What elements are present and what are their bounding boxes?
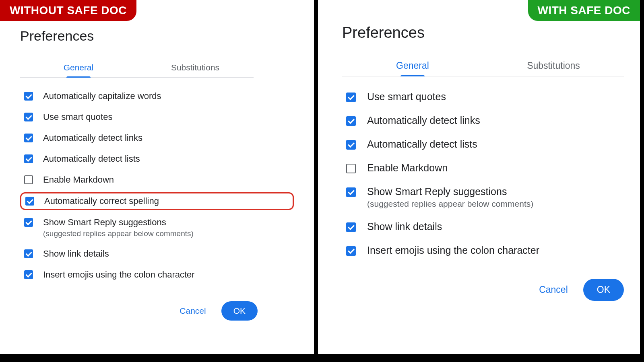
option-label: Automatically correct spelling xyxy=(44,196,289,206)
preferences-dialog-right: Preferences General Substitutions Use sm… xyxy=(318,0,640,317)
ok-button[interactable]: OK xyxy=(583,279,624,301)
tabs: General Substitutions xyxy=(20,58,254,78)
checkbox[interactable] xyxy=(346,222,356,232)
option-label: Insert emojis using the colon character xyxy=(367,245,618,256)
option-text: Automatically detect lists xyxy=(43,154,290,164)
options-list: Automatically capitalize wordsUse smart … xyxy=(20,88,294,283)
checkbox[interactable] xyxy=(24,113,33,121)
checkbox[interactable] xyxy=(346,93,356,102)
badge-without-safe-doc: WITHOUT SAFE DOC xyxy=(0,0,136,21)
option-text: Automatically detect links xyxy=(43,133,290,143)
checkbox[interactable] xyxy=(24,249,33,258)
option-label: Automatically detect lists xyxy=(43,154,290,164)
option-row: Show Smart Reply suggestions(suggested r… xyxy=(20,214,294,241)
option-text: Show Smart Reply suggestions(suggested r… xyxy=(43,217,290,238)
checkbox[interactable] xyxy=(346,246,356,256)
option-text: Automatically detect lists xyxy=(367,138,618,150)
checkbox[interactable] xyxy=(24,92,33,101)
tabs: General Substitutions xyxy=(342,56,624,76)
tab-general[interactable]: General xyxy=(342,56,483,76)
option-row: Automatically detect links xyxy=(20,130,294,146)
option-row: Automatically detect lists xyxy=(20,150,294,167)
option-label: Automatically detect links xyxy=(367,115,618,126)
checkbox[interactable] xyxy=(24,134,33,142)
option-text: Automatically correct spelling xyxy=(44,196,289,206)
option-row: Automatically correct spelling xyxy=(20,192,294,210)
option-text: Automatically capitalize words xyxy=(43,91,290,101)
option-row: Enable Markdown xyxy=(342,160,622,176)
option-text: Use smart quotes xyxy=(367,91,618,103)
ok-button[interactable]: OK xyxy=(221,301,258,321)
option-label: Automatically capitalize words xyxy=(43,91,290,101)
tab-general[interactable]: General xyxy=(20,58,137,77)
option-row: Automatically capitalize words xyxy=(20,88,294,105)
dialog-title: Preferences xyxy=(20,28,294,44)
option-label: Show Smart Reply suggestions xyxy=(43,217,290,228)
option-row: Show Smart Reply suggestions(suggested r… xyxy=(342,183,622,211)
checkbox[interactable] xyxy=(24,154,33,163)
option-text: Enable Markdown xyxy=(367,162,618,174)
option-text: Show link details xyxy=(43,249,290,259)
panel-with-safe-doc: WITH SAFE DOC Preferences General Substi… xyxy=(318,0,640,362)
option-sublabel: (suggested replies appear below comments… xyxy=(43,229,290,238)
option-row: Show link details xyxy=(342,218,622,235)
checkbox[interactable] xyxy=(346,164,356,173)
option-row: Insert emojis using the colon character xyxy=(342,242,622,259)
dialog-buttons: Cancel OK xyxy=(20,301,258,321)
option-sublabel: (suggested replies appear below comments… xyxy=(367,199,618,209)
bottom-bar xyxy=(0,354,644,362)
checkbox[interactable] xyxy=(24,175,33,184)
checkbox[interactable] xyxy=(346,116,356,126)
panel-without-safe-doc: WITHOUT SAFE DOC Preferences General Sub… xyxy=(0,0,318,362)
preferences-dialog-left: Preferences General Substitutions Automa… xyxy=(0,0,314,337)
badge-with-safe-doc: WITH SAFE DOC xyxy=(528,0,640,21)
cancel-button[interactable]: Cancel xyxy=(174,302,211,320)
option-text: Enable Markdown xyxy=(43,175,290,185)
option-row: Insert emojis using the colon character xyxy=(20,266,294,283)
option-label: Automatically detect links xyxy=(43,133,290,143)
option-text: Insert emojis using the colon character xyxy=(367,245,618,256)
option-label: Show link details xyxy=(367,221,618,232)
checkbox[interactable] xyxy=(24,218,33,227)
option-text: Show Smart Reply suggestions(suggested r… xyxy=(367,186,618,209)
tab-substitutions[interactable]: Substitutions xyxy=(483,56,624,76)
option-text: Use smart quotes xyxy=(43,112,290,122)
option-label: Automatically detect lists xyxy=(367,138,618,150)
cancel-button[interactable]: Cancel xyxy=(533,280,574,299)
dialog-title: Preferences xyxy=(342,24,622,41)
option-label: Use smart quotes xyxy=(43,112,290,122)
tab-substitutions[interactable]: Substitutions xyxy=(137,58,254,77)
checkbox[interactable] xyxy=(24,270,33,279)
option-label: Enable Markdown xyxy=(367,162,618,174)
option-row: Use smart quotes xyxy=(342,88,622,105)
option-text: Insert emojis using the colon character xyxy=(43,269,290,280)
option-label: Enable Markdown xyxy=(43,175,290,185)
options-list: Use smart quotesAutomatically detect lin… xyxy=(342,88,622,259)
option-row: Automatically detect links xyxy=(342,112,622,129)
checkbox[interactable] xyxy=(346,187,356,197)
dialog-buttons: Cancel OK xyxy=(342,279,624,301)
option-row: Enable Markdown xyxy=(20,171,294,188)
checkbox[interactable] xyxy=(346,140,356,150)
option-label: Use smart quotes xyxy=(367,91,618,103)
option-row: Show link details xyxy=(20,245,294,262)
option-text: Automatically detect links xyxy=(367,115,618,126)
option-label: Show link details xyxy=(43,249,290,259)
option-text: Show link details xyxy=(367,221,618,232)
option-row: Use smart quotes xyxy=(20,109,294,125)
checkbox[interactable] xyxy=(25,197,34,206)
option-label: Show Smart Reply suggestions xyxy=(367,186,618,197)
option-label: Insert emojis using the colon character xyxy=(43,269,290,280)
option-row: Automatically detect lists xyxy=(342,136,622,152)
